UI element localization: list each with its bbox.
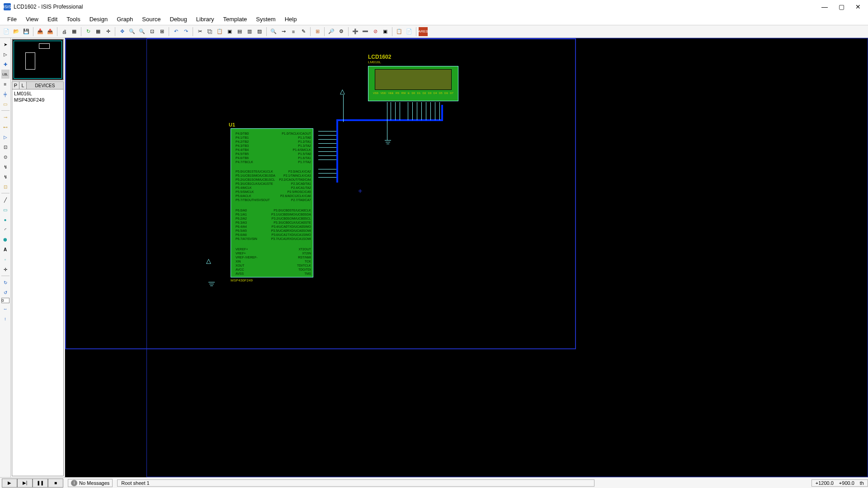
- undo-icon[interactable]: ↶: [171, 27, 180, 36]
- net-wire[interactable]: [417, 102, 417, 120]
- libraries-button[interactable]: L: [19, 82, 27, 89]
- net-wire[interactable]: [318, 139, 336, 140]
- generator-mode-icon[interactable]: ⊙: [1, 152, 10, 161]
- power-arrow-icon[interactable]: △: [340, 88, 347, 95]
- junction-mode-icon[interactable]: ✚: [1, 60, 10, 69]
- sim-play-button[interactable]: ▶: [2, 479, 17, 488]
- menu-template[interactable]: Template: [219, 14, 252, 24]
- print-area-icon[interactable]: ▦: [70, 27, 79, 36]
- paste-icon[interactable]: 📋: [215, 27, 224, 36]
- net-wire[interactable]: [318, 131, 336, 131]
- export-icon[interactable]: 📤: [46, 27, 55, 36]
- trace-icon[interactable]: ≡: [289, 27, 298, 36]
- ground-symbol[interactable]: [207, 282, 216, 291]
- delete-sheet-icon[interactable]: ➖: [361, 27, 370, 36]
- net-wire[interactable]: [318, 169, 336, 169]
- selection-mode-icon[interactable]: ➤: [1, 40, 10, 49]
- minimize-button[interactable]: ―: [821, 3, 828, 10]
- rotate-ccw-icon[interactable]: ↺: [1, 288, 10, 297]
- menu-design[interactable]: Design: [85, 14, 112, 24]
- rotation-angle-input[interactable]: [1, 298, 9, 303]
- exclude-icon[interactable]: ⊘: [371, 27, 380, 36]
- flip-horizontal-icon[interactable]: ↔: [1, 304, 10, 313]
- wire-label-mode-icon[interactable]: LBL: [1, 70, 9, 79]
- menu-graph[interactable]: Graph: [112, 14, 137, 24]
- refresh-icon[interactable]: ↻: [84, 27, 93, 36]
- box-2d-icon[interactable]: ▭: [1, 205, 10, 214]
- menu-library[interactable]: Library: [192, 14, 219, 24]
- menu-tools[interactable]: Tools: [62, 14, 85, 24]
- bus-wire[interactable]: [336, 119, 443, 121]
- messages-panel[interactable]: i No Messages: [68, 479, 113, 487]
- devices-list[interactable]: LM016L MSP430F249: [12, 89, 64, 476]
- maximize-button[interactable]: ▢: [839, 3, 844, 10]
- net-wire[interactable]: [395, 102, 396, 120]
- path-2d-icon[interactable]: ⬢: [1, 235, 10, 244]
- property-icon[interactable]: ⚙: [337, 27, 346, 36]
- power-arrow-icon[interactable]: △: [206, 257, 213, 264]
- menu-source[interactable]: Source: [137, 14, 165, 24]
- open-icon[interactable]: 📂: [12, 27, 21, 36]
- new-sheet-icon[interactable]: ➕: [351, 27, 360, 36]
- zoom-out-icon[interactable]: 🔍: [137, 27, 146, 36]
- schematic-canvas[interactable]: U1 P4.0/TB0 P4.1/TB1 P4.2/TB2 P4.3/TB3 P…: [65, 38, 868, 477]
- subcircuit-mode-icon[interactable]: ▭: [1, 99, 10, 108]
- text-2d-icon[interactable]: A: [1, 245, 10, 254]
- net-wire[interactable]: [318, 135, 336, 136]
- zoom-area-icon[interactable]: ⊞: [157, 27, 166, 36]
- edit-tool-icon[interactable]: ✎: [299, 27, 308, 36]
- origin-icon[interactable]: ✛: [104, 27, 113, 36]
- sim-stop-button[interactable]: ■: [48, 479, 63, 488]
- bus-mode-icon[interactable]: ╪: [1, 89, 10, 99]
- tape-mode-icon[interactable]: ⊡: [1, 142, 10, 151]
- net-wire[interactable]: [318, 173, 336, 174]
- ground-symbol[interactable]: [383, 140, 392, 149]
- net-wire[interactable]: [318, 155, 336, 156]
- menu-debug[interactable]: Debug: [165, 14, 191, 24]
- zoom-all-icon[interactable]: ⊡: [147, 27, 156, 36]
- package-icon[interactable]: ▣: [381, 27, 390, 36]
- menu-edit[interactable]: Edit: [43, 14, 62, 24]
- pick-devices-button[interactable]: P: [12, 82, 19, 89]
- net-wire[interactable]: [318, 147, 336, 148]
- flip-vertical-icon[interactable]: ↕: [1, 314, 10, 323]
- component-u1-msp430[interactable]: U1 P4.0/TB0 P4.1/TB1 P4.2/TB2 P4.3/TB3 P…: [228, 128, 316, 282]
- device-pin-mode-icon[interactable]: ⊷: [1, 122, 10, 131]
- block-delete-icon[interactable]: ▨: [255, 27, 264, 36]
- pan-icon[interactable]: ✥: [118, 27, 127, 36]
- overview-window[interactable]: [12, 39, 64, 80]
- sheet-name-panel[interactable]: Root sheet 1: [117, 479, 594, 487]
- menu-system[interactable]: System: [251, 14, 280, 24]
- net-wire[interactable]: [400, 102, 400, 120]
- menu-view[interactable]: View: [21, 14, 43, 24]
- probe-current-icon[interactable]: ↯: [1, 172, 10, 181]
- marker-2d-icon[interactable]: ✛: [1, 265, 10, 274]
- circle-2d-icon[interactable]: ●: [1, 215, 10, 224]
- zoom-in-icon[interactable]: 🔍: [127, 27, 137, 36]
- net-wire[interactable]: [408, 102, 408, 120]
- bus-wire[interactable]: [441, 105, 443, 121]
- menu-help[interactable]: Help: [280, 14, 302, 24]
- terminal-mode-icon[interactable]: ⊸: [1, 113, 10, 122]
- block-rotate-icon[interactable]: ▥: [245, 27, 254, 36]
- net-wire[interactable]: [318, 151, 336, 152]
- import-icon[interactable]: 📥: [36, 27, 45, 36]
- text-script-mode-icon[interactable]: ≡: [1, 80, 10, 89]
- close-button[interactable]: ✕: [855, 3, 861, 10]
- sim-step-button[interactable]: ▶|: [17, 479, 33, 488]
- bom-icon[interactable]: 📋: [395, 27, 404, 36]
- line-2d-icon[interactable]: ╱: [1, 195, 10, 204]
- component-lcd1602[interactable]: LCD1602 LM016L VSSVDDVEE RSRWE D0D1D2 D3…: [368, 54, 463, 101]
- cut-icon[interactable]: ✂: [195, 27, 204, 36]
- wire-tool-icon[interactable]: ⇝: [279, 27, 288, 36]
- net-wire[interactable]: [318, 177, 336, 178]
- ares-icon[interactable]: ARES: [419, 27, 428, 36]
- bus-wire[interactable]: [336, 119, 338, 183]
- pick-icon[interactable]: 🔍: [269, 27, 278, 36]
- probe-voltage-icon[interactable]: ↯: [1, 162, 10, 171]
- symbol-2d-icon[interactable]: ▫: [1, 255, 10, 264]
- search-icon[interactable]: 🔎: [327, 27, 336, 36]
- net-wire[interactable]: [421, 102, 422, 120]
- net-wire[interactable]: [426, 102, 426, 120]
- grid-icon[interactable]: ▦: [94, 27, 103, 36]
